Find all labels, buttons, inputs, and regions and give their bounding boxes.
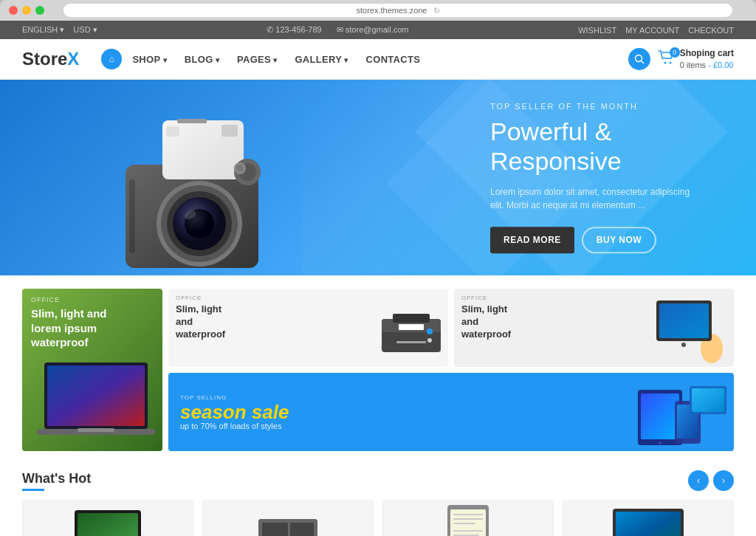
promo-text-1: Slim, light and lorem ipsum waterproof bbox=[31, 306, 112, 350]
svg-line-1 bbox=[641, 61, 644, 64]
sale-title: season sale bbox=[180, 402, 622, 422]
product-image-3 bbox=[383, 501, 553, 536]
maximize-browser-btn[interactable] bbox=[35, 6, 44, 15]
printer-svg bbox=[378, 308, 444, 363]
read-more-button[interactable]: READ MORE bbox=[490, 227, 574, 253]
product-card-3[interactable] bbox=[382, 500, 554, 536]
minimize-browser-btn[interactable] bbox=[22, 6, 31, 15]
svg-point-34 bbox=[681, 343, 686, 347]
address-bar[interactable]: storex.themes.zone ↻ bbox=[63, 4, 732, 17]
refresh-icon[interactable]: ↻ bbox=[433, 6, 440, 16]
cart-label: Shoping cart bbox=[680, 48, 734, 60]
promo-text-2: Slim, light and waterproof bbox=[176, 303, 235, 341]
svg-rect-6 bbox=[166, 126, 179, 137]
tablet-touch-svg bbox=[653, 293, 734, 363]
sale-text: TOP SELLING season sale up to 70% off lo… bbox=[168, 385, 634, 439]
top-bar-right: WISHLIST MY ACCOUNT CHECKOUT bbox=[578, 26, 734, 35]
currency-selector[interactable]: USD bbox=[73, 25, 97, 35]
svg-point-28 bbox=[427, 329, 433, 334]
wishlist-link[interactable]: WISHLIST bbox=[578, 26, 616, 35]
phone-number: ✆ 123-456-789 bbox=[267, 25, 321, 35]
sale-devices-svg bbox=[634, 375, 730, 449]
logo-text: Store bbox=[22, 49, 67, 69]
checkout-link[interactable]: CHECKOUT bbox=[688, 26, 734, 35]
promo-sale-card[interactable]: TOP SELLING season sale up to 70% off lo… bbox=[168, 373, 734, 451]
account-link[interactable]: MY ACCOUNT bbox=[625, 26, 679, 35]
top-bar-center: ✆ 123-456-789 ✉ store@gmail.com bbox=[267, 25, 408, 35]
svg-point-0 bbox=[635, 55, 642, 62]
svg-rect-8 bbox=[129, 179, 135, 253]
camera-svg bbox=[103, 98, 295, 275]
promo-card-laptop[interactable]: OFFICE Slim, light and lorem ipsum water… bbox=[22, 289, 162, 451]
svg-rect-43 bbox=[78, 513, 138, 537]
tv-tablet-svg bbox=[611, 505, 685, 536]
home-button[interactable]: ⌂ bbox=[101, 49, 122, 69]
nav-links: ⌂ SHOP BLOG PAGES GALLERY CONTACTS bbox=[101, 49, 628, 69]
promo-card-tablet[interactable]: OFFICE Slim, light and waterproof bbox=[454, 289, 734, 367]
console-svg bbox=[255, 508, 321, 536]
cart-items: 0 items - £0.00 bbox=[680, 60, 734, 70]
macbook-svg bbox=[71, 506, 145, 537]
cart-button[interactable]: 0 Shoping cart 0 items - £0.00 bbox=[658, 48, 734, 70]
promo-text-3: Slim, light and waterproof bbox=[461, 303, 517, 341]
url-text: storex.themes.zone bbox=[357, 6, 427, 15]
nav-pages[interactable]: PAGES bbox=[230, 49, 284, 69]
browser-titlebar: storex.themes.zone ↻ bbox=[0, 0, 756, 21]
email-address: ✉ store@gmail.com bbox=[337, 25, 409, 35]
language-selector[interactable]: ENGLISH bbox=[22, 25, 64, 35]
nav-actions: 0 Shoping cart 0 items - £0.00 bbox=[628, 48, 734, 70]
logo-x: X bbox=[67, 49, 79, 69]
promo-top-row: OFFICE Slim, light and waterproof bbox=[168, 289, 734, 367]
svg-point-37 bbox=[659, 441, 662, 444]
svg-rect-48 bbox=[262, 523, 288, 536]
svg-rect-67 bbox=[616, 512, 681, 536]
cart-text: Shoping cart 0 items - £0.00 bbox=[680, 48, 734, 70]
browser-window: storex.themes.zone ↻ ENGLISH USD ✆ 123-4… bbox=[0, 0, 756, 536]
prev-arrow[interactable]: ‹ bbox=[688, 470, 709, 491]
nav-contacts[interactable]: CONTACTS bbox=[359, 49, 428, 69]
svg-rect-41 bbox=[692, 388, 724, 412]
search-button[interactable] bbox=[628, 48, 650, 70]
cart-badge: 0 bbox=[670, 47, 680, 58]
svg-rect-36 bbox=[641, 394, 679, 439]
whats-hot-header: What's Hot ‹ › bbox=[22, 470, 734, 491]
promo-right-col: OFFICE Slim, light and waterproof bbox=[168, 289, 734, 451]
promo-card-printer[interactable]: OFFICE Slim, light and waterproof bbox=[168, 289, 448, 367]
promo-label-2: OFFICE bbox=[176, 295, 202, 301]
svg-rect-21 bbox=[47, 365, 145, 426]
promo-row: OFFICE Slim, light and lorem ipsum water… bbox=[22, 289, 734, 451]
hero-title: Powerful & Responsive bbox=[490, 117, 697, 177]
close-browser-btn[interactable] bbox=[9, 6, 18, 15]
next-arrow[interactable]: › bbox=[713, 470, 734, 491]
browser-chrome: storex.themes.zone ↻ bbox=[0, 0, 756, 21]
promo-grid: OFFICE Slim, light and lorem ipsum water… bbox=[0, 275, 756, 458]
website-content: ENGLISH USD ✆ 123-456-789 ✉ store@gmail.… bbox=[0, 21, 756, 536]
product-image-4 bbox=[563, 501, 733, 536]
svg-rect-23 bbox=[78, 428, 114, 432]
sale-content-area: TOP SELLING season sale up to 70% off lo… bbox=[168, 373, 734, 451]
product-card-1[interactable] bbox=[22, 500, 193, 536]
whats-hot-section: What's Hot ‹ › bbox=[0, 458, 756, 536]
svg-rect-7 bbox=[221, 125, 238, 137]
svg-point-29 bbox=[427, 338, 432, 343]
svg-rect-30 bbox=[396, 341, 426, 343]
svg-point-3 bbox=[669, 61, 671, 63]
product-card-4[interactable] bbox=[563, 500, 734, 536]
top-bar-left: ENGLISH USD bbox=[22, 25, 97, 35]
svg-rect-62 bbox=[453, 530, 483, 532]
hero-subtitle: TOP SELLER OF THE MONTH bbox=[490, 102, 697, 111]
nav-gallery[interactable]: GALLERY bbox=[287, 49, 355, 69]
promo-label-3: OFFICE bbox=[461, 295, 487, 301]
site-logo[interactable]: StoreX bbox=[22, 49, 79, 69]
sale-label: TOP SELLING bbox=[180, 394, 622, 401]
svg-rect-59 bbox=[453, 514, 483, 515]
product-image-1 bbox=[23, 501, 193, 536]
product-card-2[interactable] bbox=[202, 500, 374, 536]
sale-subtitle: up to 70% off loads of styles bbox=[180, 422, 622, 430]
svg-rect-49 bbox=[290, 523, 314, 536]
nav-shop[interactable]: SHOP bbox=[125, 49, 173, 69]
hero-description: Lorem ipsum dolor sit amet, consectetur … bbox=[490, 185, 697, 212]
nav-blog[interactable]: BLOG bbox=[177, 49, 227, 69]
buy-now-button[interactable]: BUY NOW bbox=[582, 227, 656, 253]
svg-rect-27 bbox=[399, 324, 424, 330]
